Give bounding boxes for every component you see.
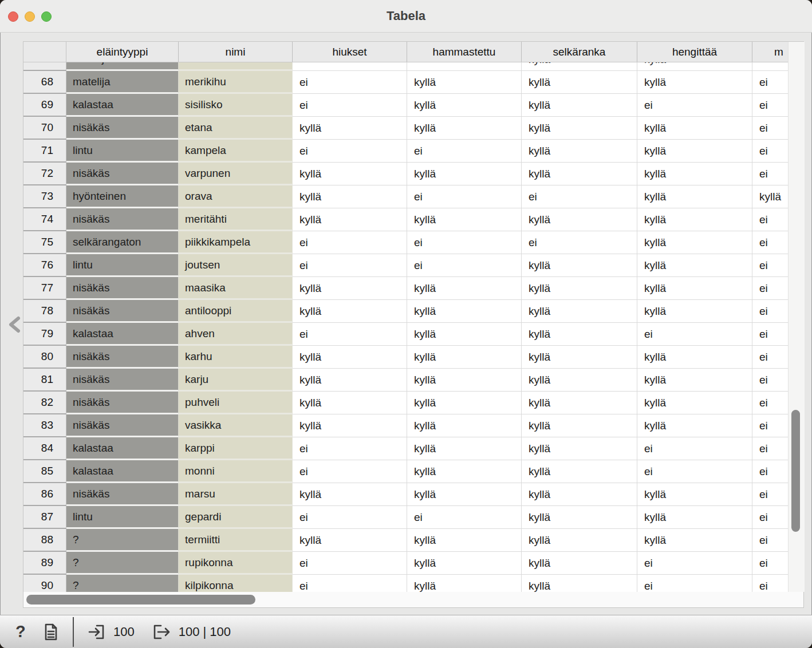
selkaranka-cell[interactable]: kyllä — [522, 208, 637, 231]
m-cell[interactable]: ei — [752, 392, 788, 414]
hammastettu-cell[interactable]: ei — [407, 185, 522, 208]
log-button[interactable] — [43, 623, 59, 641]
selkaranka-cell[interactable]: kyllä — [522, 254, 637, 277]
row-number-cell[interactable]: 80 — [23, 346, 66, 369]
hammastettu-cell[interactable]: kyllä — [407, 392, 522, 414]
selkaranka-cell[interactable]: kyllä — [522, 529, 637, 552]
selkaranka-cell[interactable]: kyllä — [522, 575, 637, 592]
animal-type-cell[interactable]: kalastaa — [66, 460, 179, 483]
animal-type-cell[interactable]: selkärangaton — [66, 231, 179, 254]
selkaranka-cell[interactable]: kyllä — [522, 71, 637, 94]
hammastettu-cell[interactable]: kyllä — [407, 346, 522, 369]
hammastettu-cell[interactable]: kyllä — [407, 300, 522, 323]
m-cell[interactable]: ei — [752, 414, 788, 437]
row-number-cell[interactable]: 86 — [23, 483, 66, 506]
hiukset-cell[interactable]: kyllä — [293, 300, 407, 323]
hiukset-cell[interactable]: ei — [293, 94, 407, 117]
hiukset-cell[interactable]: ei — [293, 71, 407, 94]
animal-type-cell[interactable]: kalastaa — [66, 94, 179, 117]
hengittaa-cell[interactable]: ei — [637, 575, 752, 592]
hammastettu-cell[interactable]: ei — [407, 254, 522, 277]
hiukset-cell[interactable]: kyllä — [293, 529, 407, 552]
hammastettu-cell[interactable]: kyllä — [407, 117, 522, 140]
animal-type-cell[interactable]: ? — [66, 575, 179, 592]
m-cell[interactable]: kyllä — [752, 185, 788, 208]
animal-name-cell[interactable] — [179, 62, 293, 71]
m-cell[interactable]: ei — [752, 346, 788, 369]
row-number-cell[interactable]: 78 — [23, 300, 66, 323]
animal-type-cell[interactable]: lintu — [66, 506, 179, 529]
hammastettu-cell[interactable]: kyllä — [407, 460, 522, 483]
row-number-cell[interactable]: 79 — [23, 323, 66, 346]
animal-name-cell[interactable]: termiitti — [179, 529, 293, 552]
animal-name-cell[interactable]: merikihu — [179, 71, 293, 94]
m-cell[interactable]: ei — [752, 300, 788, 323]
vertical-scrollbar-thumb[interactable] — [791, 410, 800, 532]
animal-name-cell[interactable]: orava — [179, 185, 293, 208]
animal-type-cell[interactable]: nisäkäs — [66, 483, 179, 506]
animal-name-cell[interactable]: piikkikampela — [179, 231, 293, 254]
selkaranka-cell[interactable]: kyllä — [522, 552, 637, 575]
horizontal-scrollbar-track[interactable] — [23, 592, 803, 607]
hengittaa-cell[interactable]: kyllä — [637, 369, 752, 392]
row-number-cell[interactable]: 72 — [23, 163, 66, 185]
hengittaa-cell[interactable]: kyllä — [637, 346, 752, 369]
rows-loaded-indicator[interactable] — [88, 623, 106, 641]
animal-name-cell[interactable]: marsu — [179, 483, 293, 506]
collapse-panel-button[interactable] — [6, 314, 23, 335]
hengittaa-cell[interactable]: kyllä — [637, 71, 752, 94]
column-header-m[interactable]: m — [752, 42, 788, 62]
animal-type-cell[interactable]: kalastaa — [66, 323, 179, 346]
m-cell[interactable]: ei — [752, 575, 788, 592]
hengittaa-cell[interactable]: kyllä — [637, 300, 752, 323]
hammastettu-cell[interactable] — [407, 62, 522, 71]
hiukset-cell[interactable]: kyllä — [293, 346, 407, 369]
row-number-cell[interactable]: 85 — [23, 460, 66, 483]
horizontal-scrollbar-thumb[interactable] — [26, 595, 255, 604]
selkaranka-cell[interactable]: kyllä — [522, 483, 637, 506]
animal-type-cell[interactable]: matelija — [66, 62, 179, 71]
hiukset-cell[interactable]: kyllä — [293, 277, 407, 300]
selkaranka-cell[interactable]: kyllä — [522, 323, 637, 346]
m-cell[interactable]: ei — [752, 94, 788, 117]
animal-name-cell[interactable]: ahven — [179, 323, 293, 346]
selkaranka-cell[interactable]: kyllä — [522, 369, 637, 392]
vertical-scrollbar-track[interactable] — [788, 42, 805, 592]
m-cell[interactable] — [752, 62, 788, 71]
hengittaa-cell[interactable]: kyllä — [637, 62, 752, 71]
hammastettu-cell[interactable]: kyllä — [407, 552, 522, 575]
titlebar[interactable]: Tabela — [0, 0, 812, 33]
hengittaa-cell[interactable]: ei — [637, 323, 752, 346]
animal-name-cell[interactable]: karhu — [179, 346, 293, 369]
selkaranka-cell[interactable]: kyllä — [522, 437, 637, 460]
row-number-cell[interactable]: 77 — [23, 277, 66, 300]
m-cell[interactable]: ei — [752, 529, 788, 552]
hiukset-cell[interactable]: ei — [293, 552, 407, 575]
hammastettu-cell[interactable]: kyllä — [407, 437, 522, 460]
row-number-cell[interactable]: 68 — [23, 71, 66, 94]
rows-shown-indicator[interactable] — [152, 623, 171, 641]
animal-type-cell[interactable]: matelija — [66, 71, 179, 94]
row-number-cell[interactable]: 83 — [23, 414, 66, 437]
hiukset-cell[interactable]: ei — [293, 437, 407, 460]
animal-name-cell[interactable]: vasikka — [179, 414, 293, 437]
row-number-cell[interactable]: 88 — [23, 529, 66, 552]
selkaranka-cell[interactable]: kyllä — [522, 117, 637, 140]
help-button[interactable]: ? — [15, 622, 30, 641]
hiukset-cell[interactable]: ei — [293, 140, 407, 163]
m-cell[interactable]: ei — [752, 277, 788, 300]
hiukset-cell[interactable]: ei — [293, 506, 407, 529]
column-header-type[interactable]: eläintyyppi — [66, 42, 179, 62]
hengittaa-cell[interactable]: kyllä — [637, 140, 752, 163]
selkaranka-cell[interactable]: kyllä — [522, 346, 637, 369]
column-header-hammastettu[interactable]: hammastettu — [407, 42, 522, 62]
animal-type-cell[interactable]: ? — [66, 552, 179, 575]
selkaranka-cell[interactable]: kyllä — [522, 277, 637, 300]
m-cell[interactable]: ei — [752, 140, 788, 163]
row-number-cell[interactable]: 69 — [23, 94, 66, 117]
selkaranka-cell[interactable]: kyllä — [522, 140, 637, 163]
hiukset-cell[interactable]: ei — [293, 460, 407, 483]
animal-name-cell[interactable]: varpunen — [179, 163, 293, 185]
animal-name-cell[interactable]: monni — [179, 460, 293, 483]
animal-name-cell[interactable]: karppi — [179, 437, 293, 460]
